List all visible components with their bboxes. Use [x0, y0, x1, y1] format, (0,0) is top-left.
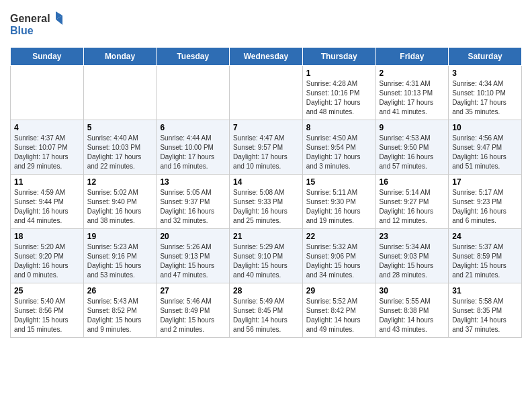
calendar-cell: 5Sunrise: 4:40 AM Sunset: 10:03 PM Dayli… [83, 120, 157, 175]
day-number: 15 [306, 177, 372, 187]
day-info: Sunrise: 5:43 AM Sunset: 8:52 PM Dayligh… [87, 297, 153, 334]
calendar-cell [157, 66, 230, 120]
calendar-table: SundayMondayTuesdayWednesdayThursdayFrid… [10, 47, 522, 338]
calendar-cell: 4Sunrise: 4:37 AM Sunset: 10:07 PM Dayli… [11, 120, 84, 175]
day-number: 11 [14, 177, 80, 187]
day-number: 18 [14, 232, 80, 241]
calendar-cell: 17Sunrise: 5:17 AM Sunset: 9:23 PM Dayli… [449, 175, 522, 229]
calendar-header-row: SundayMondayTuesdayWednesdayThursdayFrid… [11, 48, 522, 66]
day-info: Sunrise: 5:34 AM Sunset: 9:03 PM Dayligh… [380, 242, 445, 280]
day-info: Sunrise: 4:37 AM Sunset: 10:07 PM Daylig… [14, 134, 80, 171]
col-header-monday: Monday [83, 48, 157, 66]
calendar-cell: 24Sunrise: 5:37 AM Sunset: 8:59 PM Dayli… [449, 229, 522, 283]
col-header-sunday: Sunday [11, 48, 84, 66]
day-number: 16 [380, 177, 445, 187]
day-info: Sunrise: 4:59 AM Sunset: 9:44 PM Dayligh… [14, 188, 80, 226]
day-info: Sunrise: 5:11 AM Sunset: 9:30 PM Dayligh… [306, 188, 372, 226]
day-number: 4 [14, 123, 80, 132]
day-number: 9 [380, 123, 445, 132]
day-number: 2 [380, 68, 445, 78]
svg-text:General: General [10, 13, 50, 24]
day-number: 28 [233, 286, 299, 295]
calendar-cell: 29Sunrise: 5:52 AM Sunset: 8:42 PM Dayli… [302, 283, 375, 338]
day-info: Sunrise: 5:46 AM Sunset: 8:49 PM Dayligh… [160, 297, 226, 334]
calendar-cell: 30Sunrise: 5:55 AM Sunset: 8:38 PM Dayli… [375, 283, 449, 338]
calendar-cell: 14Sunrise: 5:08 AM Sunset: 9:33 PM Dayli… [230, 175, 303, 229]
day-number: 5 [87, 123, 153, 132]
col-header-wednesday: Wednesday [230, 48, 303, 66]
calendar-cell [230, 66, 303, 120]
day-number: 24 [452, 232, 518, 241]
day-number: 6 [160, 123, 226, 132]
day-info: Sunrise: 4:56 AM Sunset: 9:47 PM Dayligh… [452, 134, 518, 171]
day-info: Sunrise: 5:55 AM Sunset: 8:38 PM Dayligh… [380, 297, 445, 334]
day-number: 13 [160, 177, 226, 187]
calendar-cell: 31Sunrise: 5:58 AM Sunset: 8:35 PM Dayli… [449, 283, 522, 338]
day-number: 27 [160, 286, 226, 295]
calendar-cell: 21Sunrise: 5:29 AM Sunset: 9:10 PM Dayli… [230, 229, 303, 283]
day-number: 8 [306, 123, 372, 132]
calendar-cell: 15Sunrise: 5:11 AM Sunset: 9:30 PM Dayli… [302, 175, 375, 229]
calendar-cell: 23Sunrise: 5:34 AM Sunset: 9:03 PM Dayli… [375, 229, 449, 283]
calendar-cell: 12Sunrise: 5:02 AM Sunset: 9:40 PM Dayli… [83, 175, 157, 229]
calendar-cell: 28Sunrise: 5:49 AM Sunset: 8:45 PM Dayli… [230, 283, 303, 338]
day-info: Sunrise: 4:50 AM Sunset: 9:54 PM Dayligh… [306, 134, 372, 171]
day-info: Sunrise: 4:40 AM Sunset: 10:03 PM Daylig… [87, 134, 153, 171]
day-number: 25 [14, 286, 80, 295]
day-number: 20 [160, 232, 226, 241]
day-number: 29 [306, 286, 372, 295]
calendar-week-1: 1Sunrise: 4:28 AM Sunset: 10:16 PM Dayli… [11, 66, 522, 120]
day-info: Sunrise: 4:53 AM Sunset: 9:50 PM Dayligh… [380, 134, 445, 171]
day-info: Sunrise: 5:32 AM Sunset: 9:06 PM Dayligh… [306, 242, 372, 280]
calendar-cell: 26Sunrise: 5:43 AM Sunset: 8:52 PM Dayli… [83, 283, 157, 338]
day-number: 21 [233, 232, 299, 241]
day-number: 17 [452, 177, 518, 187]
svg-text:Blue: Blue [10, 25, 34, 36]
day-info: Sunrise: 5:17 AM Sunset: 9:23 PM Dayligh… [452, 188, 518, 226]
day-info: Sunrise: 5:05 AM Sunset: 9:37 PM Dayligh… [160, 188, 226, 226]
calendar-cell: 7Sunrise: 4:47 AM Sunset: 9:57 PM Daylig… [230, 120, 303, 175]
day-number: 22 [306, 232, 372, 241]
calendar-cell: 16Sunrise: 5:14 AM Sunset: 9:27 PM Dayli… [375, 175, 449, 229]
calendar-cell: 10Sunrise: 4:56 AM Sunset: 9:47 PM Dayli… [449, 120, 522, 175]
calendar-cell: 13Sunrise: 5:05 AM Sunset: 9:37 PM Dayli… [157, 175, 230, 229]
day-number: 12 [87, 177, 153, 187]
calendar-cell: 8Sunrise: 4:50 AM Sunset: 9:54 PM Daylig… [302, 120, 375, 175]
day-info: Sunrise: 5:08 AM Sunset: 9:33 PM Dayligh… [233, 188, 299, 226]
calendar-cell: 22Sunrise: 5:32 AM Sunset: 9:06 PM Dayli… [302, 229, 375, 283]
day-info: Sunrise: 4:47 AM Sunset: 9:57 PM Dayligh… [233, 134, 299, 171]
calendar-cell: 3Sunrise: 4:34 AM Sunset: 10:10 PM Dayli… [449, 66, 522, 120]
day-number: 3 [452, 68, 518, 78]
calendar-cell: 11Sunrise: 4:59 AM Sunset: 9:44 PM Dayli… [11, 175, 84, 229]
day-number: 30 [380, 286, 445, 295]
day-info: Sunrise: 5:37 AM Sunset: 8:59 PM Dayligh… [452, 242, 518, 280]
day-info: Sunrise: 4:44 AM Sunset: 10:00 PM Daylig… [160, 134, 226, 171]
day-info: Sunrise: 4:28 AM Sunset: 10:16 PM Daylig… [306, 79, 372, 117]
calendar-cell: 25Sunrise: 5:40 AM Sunset: 8:56 PM Dayli… [11, 283, 84, 338]
calendar-cell [83, 66, 157, 120]
logo-svg: GeneralBlue [10, 10, 64, 40]
day-info: Sunrise: 5:58 AM Sunset: 8:35 PM Dayligh… [452, 297, 518, 334]
day-info: Sunrise: 5:49 AM Sunset: 8:45 PM Dayligh… [233, 297, 299, 334]
day-info: Sunrise: 5:29 AM Sunset: 9:10 PM Dayligh… [233, 242, 299, 280]
calendar-week-5: 25Sunrise: 5:40 AM Sunset: 8:56 PM Dayli… [11, 283, 522, 338]
day-number: 23 [380, 232, 445, 241]
logo: GeneralBlue [10, 10, 64, 40]
col-header-thursday: Thursday [302, 48, 375, 66]
calendar-cell: 27Sunrise: 5:46 AM Sunset: 8:49 PM Dayli… [157, 283, 230, 338]
calendar-cell: 1Sunrise: 4:28 AM Sunset: 10:16 PM Dayli… [302, 66, 375, 120]
calendar-week-2: 4Sunrise: 4:37 AM Sunset: 10:07 PM Dayli… [11, 120, 522, 175]
calendar-cell: 6Sunrise: 4:44 AM Sunset: 10:00 PM Dayli… [157, 120, 230, 175]
day-info: Sunrise: 5:40 AM Sunset: 8:56 PM Dayligh… [14, 297, 80, 334]
day-info: Sunrise: 5:20 AM Sunset: 9:20 PM Dayligh… [14, 242, 80, 280]
calendar-cell: 2Sunrise: 4:31 AM Sunset: 10:13 PM Dayli… [375, 66, 449, 120]
col-header-tuesday: Tuesday [157, 48, 230, 66]
calendar-cell: 19Sunrise: 5:23 AM Sunset: 9:16 PM Dayli… [83, 229, 157, 283]
col-header-friday: Friday [375, 48, 449, 66]
day-number: 7 [233, 123, 299, 132]
calendar-cell: 18Sunrise: 5:20 AM Sunset: 9:20 PM Dayli… [11, 229, 84, 283]
calendar-week-4: 18Sunrise: 5:20 AM Sunset: 9:20 PM Dayli… [11, 229, 522, 283]
calendar-cell: 9Sunrise: 4:53 AM Sunset: 9:50 PM Daylig… [375, 120, 449, 175]
calendar-cell: 20Sunrise: 5:26 AM Sunset: 9:13 PM Dayli… [157, 229, 230, 283]
day-info: Sunrise: 5:02 AM Sunset: 9:40 PM Dayligh… [87, 188, 153, 226]
